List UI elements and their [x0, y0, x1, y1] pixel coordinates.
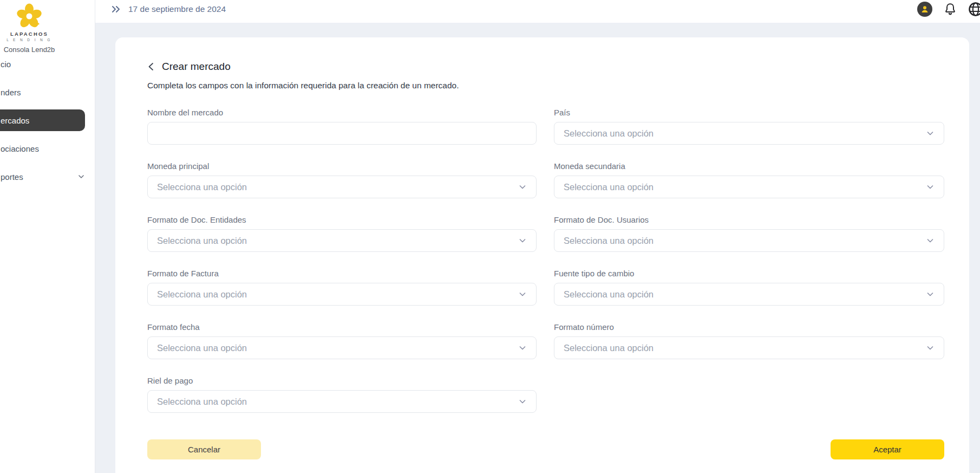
nombre-del-mercado-input[interactable]: [147, 122, 537, 145]
field-label: Formato de Factura: [147, 269, 537, 278]
formato-numero-select[interactable]: Selecciona una opción: [554, 336, 944, 359]
chevron-down-icon: [926, 129, 935, 138]
topbar: 17 de septiembre de 2024: [95, 0, 980, 23]
create-market-form: Nombre del mercado País Selecciona una o…: [147, 108, 944, 413]
select-placeholder: Selecciona una opción: [157, 397, 247, 407]
sidebar-item-label: nders: [0, 88, 21, 97]
field-moneda-secundaria: Moneda secundaria Selecciona una opción: [554, 161, 944, 198]
formato-doc-entidades-select[interactable]: Selecciona una opción: [147, 229, 537, 252]
select-placeholder: Selecciona una opción: [157, 236, 247, 246]
chevron-down-icon: [77, 173, 85, 180]
sidebar-item-lenders[interactable]: nders: [0, 81, 95, 103]
chevron-down-icon: [518, 290, 527, 299]
select-placeholder: Selecciona una opción: [564, 343, 654, 353]
sidebar-nav: cio nders ercados ociaciones portes: [0, 53, 95, 194]
select-placeholder: Selecciona una opción: [564, 182, 654, 192]
chevron-down-icon: [926, 290, 935, 299]
field-pais: País Selecciona una opción: [554, 108, 944, 145]
chevron-down-icon: [518, 236, 527, 245]
select-placeholder: Selecciona una opción: [564, 128, 654, 139]
brand-name: LAPACHOS: [0, 31, 58, 37]
sidebar-item-inicio[interactable]: cio: [0, 53, 95, 75]
chevron-down-icon: [518, 344, 527, 352]
moneda-secundaria-select[interactable]: Selecciona una opción: [554, 176, 944, 198]
chevron-down-icon: [518, 183, 527, 191]
accept-button[interactable]: Aceptar: [831, 439, 944, 459]
brand-logo: LAPACHOS L E N D I N G Consola Lend2b: [0, 3, 58, 54]
moneda-principal-select[interactable]: Selecciona una opción: [147, 176, 537, 198]
sidebar-item-reportes[interactable]: portes: [0, 166, 95, 187]
formato-doc-usuarios-select[interactable]: Selecciona una opción: [554, 229, 944, 252]
select-placeholder: Selecciona una opción: [564, 236, 654, 246]
field-formato-doc-entidades: Formato de Doc. Entidades Selecciona una…: [147, 215, 537, 252]
chevron-down-icon: [926, 236, 935, 245]
field-formato-fecha: Formato fecha Selecciona una opción: [147, 322, 537, 359]
select-placeholder: Selecciona una opción: [157, 289, 247, 300]
field-nombre-del-mercado: Nombre del mercado: [147, 108, 537, 145]
field-formato-doc-usuarios: Formato de Doc. Usuarios Selecciona una …: [554, 215, 944, 252]
field-formato-numero: Formato número Selecciona una opción: [554, 322, 944, 359]
select-placeholder: Selecciona una opción: [564, 289, 654, 300]
field-formato-factura: Formato de Factura Selecciona una opción: [147, 269, 537, 306]
field-moneda-principal: Moneda principal Selecciona una opción: [147, 161, 537, 198]
sidebar-item-label: portes: [0, 172, 23, 182]
page-title: Crear mercado: [162, 61, 231, 73]
field-label: Formato número: [554, 322, 944, 332]
chevron-down-icon: [926, 344, 935, 352]
brand-tagline: L E N D I N G: [0, 38, 58, 42]
language-globe-icon[interactable]: [968, 2, 980, 17]
sidebar-item-label: ociaciones: [0, 144, 39, 153]
pais-select[interactable]: Selecciona una opción: [554, 122, 944, 145]
chevron-down-icon: [926, 183, 935, 191]
formato-factura-select[interactable]: Selecciona una opción: [147, 283, 537, 306]
user-icon: [920, 5, 929, 14]
sidebar-expand-icon[interactable]: [111, 4, 121, 14]
notifications-bell-icon[interactable]: [943, 2, 957, 16]
select-placeholder: Selecciona una opción: [157, 343, 247, 353]
cancel-button[interactable]: Cancelar: [147, 439, 261, 459]
field-label: Moneda secundaria: [554, 161, 944, 171]
field-fuente-tipo-cambio: Fuente tipo de cambio Selecciona una opc…: [554, 269, 944, 306]
field-riel-de-pago: Riel de pago Selecciona una opción: [147, 376, 537, 413]
chevron-left-icon: [147, 62, 154, 71]
field-label: Formato fecha: [147, 322, 537, 332]
form-actions: Cancelar Aceptar: [147, 439, 944, 459]
sidebar-item-asociaciones[interactable]: ociaciones: [0, 138, 95, 159]
field-label: Formato de Doc. Usuarios: [554, 215, 944, 224]
sidebar-item-mercados[interactable]: ercados: [0, 109, 85, 131]
field-label: Moneda principal: [147, 161, 537, 171]
sidebar-item-label: ercados: [0, 116, 29, 125]
field-label: Formato de Doc. Entidades: [147, 215, 537, 224]
formato-fecha-select[interactable]: Selecciona una opción: [147, 336, 537, 359]
lapachos-flower-icon: [16, 3, 42, 29]
select-placeholder: Selecciona una opción: [157, 182, 247, 192]
field-label: Nombre del mercado: [147, 108, 537, 117]
fuente-tipo-cambio-select[interactable]: Selecciona una opción: [554, 283, 944, 306]
page-subtitle: Completa los campos con la información r…: [147, 81, 944, 90]
riel-de-pago-select[interactable]: Selecciona una opción: [147, 390, 537, 413]
content-area: Crear mercado Completa los campos con la…: [95, 23, 980, 473]
field-label: País: [554, 108, 944, 117]
current-date: 17 de septiembre de 2024: [128, 4, 226, 14]
field-label: Fuente tipo de cambio: [554, 269, 944, 278]
chevron-down-icon: [518, 397, 527, 406]
sidebar-item-label: cio: [0, 60, 11, 69]
sidebar: LAPACHOS L E N D I N G Consola Lend2b ci…: [0, 0, 95, 473]
create-market-card: Crear mercado Completa los campos con la…: [115, 37, 969, 473]
user-avatar[interactable]: [917, 2, 932, 17]
field-label: Riel de pago: [147, 376, 537, 385]
console-name: Consola Lend2b: [0, 46, 58, 54]
back-button[interactable]: [147, 62, 154, 71]
